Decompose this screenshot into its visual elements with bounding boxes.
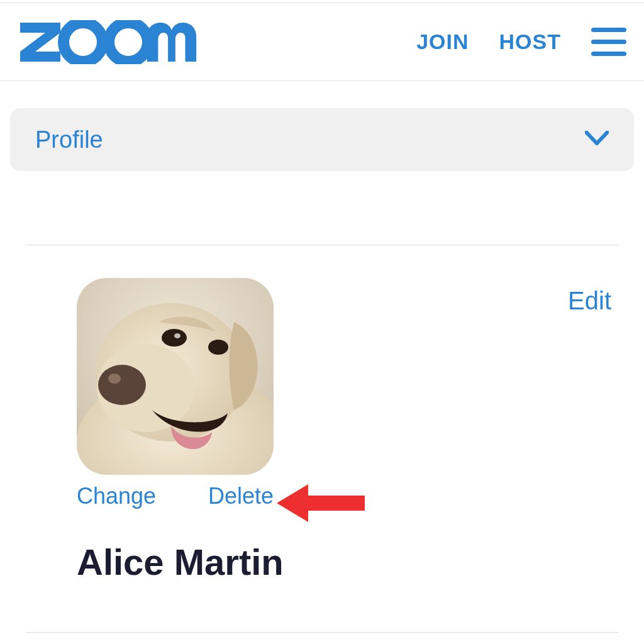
chevron-down-icon	[585, 131, 609, 148]
profile-photo[interactable]	[77, 278, 274, 475]
zoom-logo[interactable]	[18, 20, 200, 64]
svg-point-9	[162, 329, 187, 347]
svg-point-8	[108, 374, 121, 384]
delete-photo-link[interactable]: Delete	[208, 483, 274, 509]
section-divider	[25, 245, 619, 245]
svg-marker-12	[277, 484, 365, 522]
bottom-divider	[25, 632, 619, 633]
edit-profile-link[interactable]: Edit	[568, 287, 611, 315]
join-link[interactable]: JOIN	[416, 30, 469, 54]
annotation-arrow-icon	[277, 478, 365, 531]
svg-point-10	[208, 340, 228, 355]
host-link[interactable]: HOST	[499, 30, 561, 54]
dropdown-label: Profile	[35, 126, 103, 153]
app-header: JOIN HOST	[0, 3, 644, 81]
svg-point-7	[98, 365, 146, 405]
svg-point-1	[109, 23, 148, 62]
profile-section-dropdown[interactable]: Profile	[10, 108, 634, 171]
photo-actions: Change Delete	[77, 483, 274, 509]
change-photo-link[interactable]: Change	[77, 483, 156, 509]
svg-point-11	[174, 333, 180, 338]
header-nav: JOIN HOST	[416, 25, 626, 58]
menu-icon[interactable]	[591, 25, 626, 58]
svg-point-0	[64, 23, 103, 62]
profile-display-name: Alice Martin	[77, 541, 284, 583]
